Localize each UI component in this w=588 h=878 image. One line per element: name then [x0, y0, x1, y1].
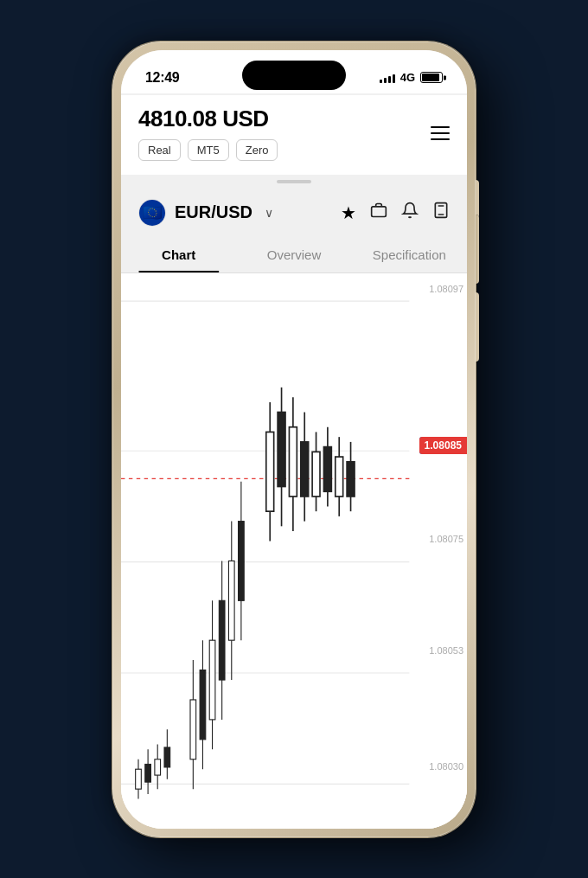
account-tags: Real MT5 Zero [138, 139, 278, 161]
svg-rect-11 [121, 273, 467, 829]
svg-rect-37 [239, 521, 245, 600]
svg-rect-19 [136, 769, 142, 789]
status-indicators: 4G [380, 71, 443, 84]
price-level-3: 1.08075 [429, 534, 463, 544]
symbol-left[interactable]: 🇪🇺 EUR/USD ∨ [138, 199, 273, 227]
phone-screen: 12:49 4G 4810.08 USD [121, 50, 467, 829]
phone-frame: 12:49 4G 4810.08 USD [112, 42, 476, 837]
price-labels: 1.08097 1.08075 1.08053 1.08030 [417, 273, 467, 829]
svg-rect-51 [336, 457, 343, 497]
account-balance: 4810.08 USD [138, 106, 278, 132]
svg-rect-43 [289, 426, 297, 496]
eu-flag-icon: 🇪🇺 [139, 200, 165, 226]
bell-icon[interactable] [401, 202, 419, 223]
svg-rect-21 [145, 764, 151, 782]
price-level-5: 1.08030 [429, 761, 463, 772]
svg-rect-47 [312, 452, 320, 497]
briefcase-icon[interactable] [370, 202, 387, 223]
symbol-flag: 🇪🇺 [138, 199, 166, 227]
account-header: 4810.08 USD Real MT5 Zero [121, 95, 467, 175]
svg-rect-25 [164, 747, 170, 766]
battery-icon [420, 72, 443, 83]
svg-rect-33 [219, 600, 225, 680]
price-level-4: 1.08053 [429, 645, 463, 656]
signal-icon [380, 73, 395, 83]
dynamic-island [242, 61, 346, 90]
symbol-header: 🇪🇺 EUR/USD ∨ ★ [121, 189, 467, 237]
tab-chart[interactable]: Chart [121, 237, 236, 272]
svg-rect-35 [228, 561, 234, 640]
network-label: 4G [400, 71, 415, 84]
svg-rect-23 [155, 759, 161, 774]
chart-area[interactable]: 1.08097 1.08075 1.08053 1.08030 1.08085 … [121, 273, 467, 829]
tabs-bar: Chart Overview Specification [121, 237, 467, 273]
tag-real[interactable]: Real [138, 139, 181, 161]
svg-rect-53 [347, 461, 355, 496]
svg-rect-0 [372, 207, 387, 217]
tag-mt5[interactable]: MT5 [188, 139, 229, 161]
menu-button[interactable] [431, 126, 450, 140]
svg-rect-45 [301, 441, 309, 496]
drag-handle [277, 180, 311, 183]
chevron-down-icon[interactable]: ∨ [265, 206, 273, 220]
svg-rect-49 [323, 446, 331, 491]
tab-overview[interactable]: Overview [236, 237, 351, 272]
candlestick-chart [121, 273, 467, 829]
svg-rect-39 [266, 432, 274, 511]
svg-rect-27 [190, 699, 196, 759]
svg-rect-29 [200, 670, 206, 739]
calculator-icon[interactable] [432, 202, 450, 223]
svg-rect-41 [278, 412, 285, 486]
chart-container: 1.08097 1.08075 1.08053 1.08030 1.08085 … [121, 273, 467, 829]
symbol-name: EUR/USD [175, 202, 252, 222]
tab-specification[interactable]: Specification [352, 237, 467, 272]
tag-zero[interactable]: Zero [236, 139, 278, 161]
svg-rect-31 [209, 640, 215, 720]
status-time: 12:49 [145, 70, 179, 86]
favorite-button[interactable]: ★ [341, 202, 356, 223]
ask-price-badge: 1.08085 [419, 437, 467, 454]
drag-handle-area [121, 175, 467, 189]
symbol-actions: ★ [341, 202, 450, 223]
account-info: 4810.08 USD Real MT5 Zero [138, 106, 278, 161]
price-level-1: 1.08097 [429, 284, 463, 294]
